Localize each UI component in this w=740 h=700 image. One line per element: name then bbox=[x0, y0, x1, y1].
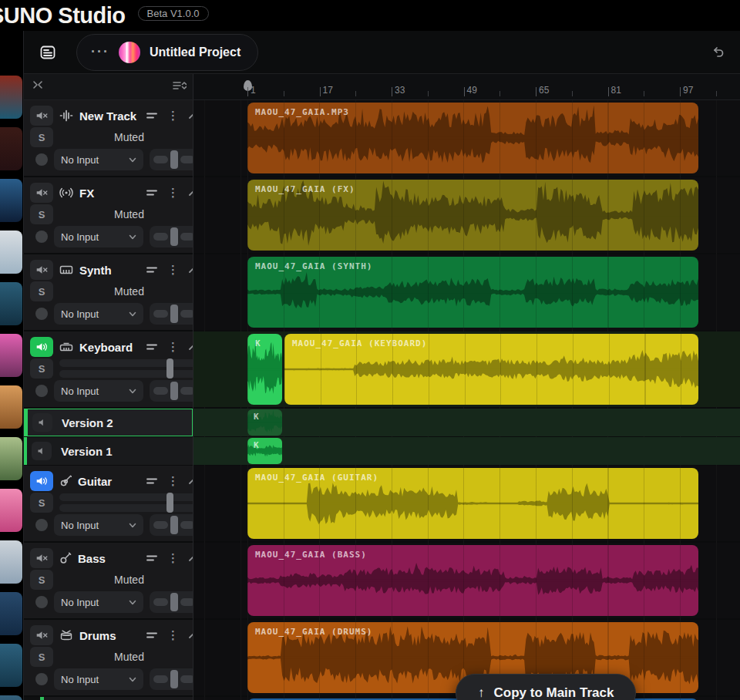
collapse-track-button[interactable] bbox=[188, 632, 193, 639]
track-menu-button[interactable]: ⋮ bbox=[164, 186, 182, 200]
solo-button[interactable]: S bbox=[30, 570, 53, 590]
record-arm-button[interactable] bbox=[35, 231, 48, 243]
pan-slider[interactable] bbox=[150, 591, 193, 613]
pan-handle[interactable] bbox=[170, 150, 178, 169]
collapse-track-button[interactable] bbox=[188, 190, 193, 197]
mute-button[interactable] bbox=[30, 337, 53, 357]
collapse-track-button[interactable] bbox=[188, 113, 193, 119]
audio-clip[interactable]: MAOU_47_GAIA.MP3 bbox=[247, 103, 698, 173]
input-select[interactable]: No Input bbox=[54, 514, 143, 536]
timeline-row[interactable]: MAOU_47_GAIA (SYNTH) bbox=[193, 254, 740, 330]
undo-button[interactable] bbox=[703, 38, 732, 67]
library-thumbnail[interactable] bbox=[0, 127, 22, 170]
pan-handle[interactable] bbox=[170, 305, 178, 323]
volume-slider[interactable] bbox=[59, 493, 193, 513]
record-arm-button[interactable] bbox=[35, 596, 48, 608]
timeline-row[interactable]: MAOU_47_GAIA.MP3 bbox=[193, 100, 740, 176]
library-thumbnail[interactable] bbox=[0, 592, 22, 635]
input-select[interactable]: No Input bbox=[54, 668, 143, 690]
input-select[interactable]: No Input bbox=[54, 226, 143, 247]
audio-clip[interactable]: K bbox=[247, 334, 282, 405]
mute-button[interactable] bbox=[30, 548, 53, 568]
mute-button[interactable] bbox=[30, 625, 53, 645]
track-menu-button[interactable]: ⋮ bbox=[164, 474, 182, 488]
audio-clip[interactable]: K bbox=[247, 409, 282, 436]
track-menu-button[interactable]: ⋮ bbox=[164, 340, 182, 354]
record-arm-button[interactable] bbox=[35, 519, 48, 531]
pan-handle[interactable] bbox=[170, 227, 178, 246]
version-speaker-icon[interactable] bbox=[32, 413, 52, 432]
track-menu-button[interactable]: ⋮ bbox=[164, 263, 182, 277]
library-thumbnail[interactable] bbox=[0, 282, 22, 325]
volume-handle[interactable] bbox=[166, 358, 173, 379]
mute-button[interactable] bbox=[30, 260, 53, 280]
pan-slider[interactable] bbox=[150, 303, 193, 325]
timeline-row[interactable]: K bbox=[193, 437, 740, 465]
mute-button[interactable] bbox=[30, 471, 53, 491]
collapse-track-button[interactable] bbox=[188, 478, 193, 485]
collapse-track-button[interactable] bbox=[188, 267, 193, 274]
library-thumbnail[interactable] bbox=[0, 644, 22, 687]
version-speaker-icon[interactable] bbox=[32, 442, 52, 460]
timeline-row[interactable]: KMAOU_47_GAIA (KEYBOARD) bbox=[193, 331, 740, 407]
library-thumbnail[interactable] bbox=[0, 334, 22, 377]
timeline-row[interactable]: MAOU_47_GAIA (GUITAR) bbox=[193, 466, 740, 541]
library-thumbnail[interactable] bbox=[0, 231, 22, 274]
collapse-track-button[interactable] bbox=[188, 555, 193, 562]
library-thumbnail[interactable] bbox=[0, 385, 22, 429]
more-icon[interactable]: ··· bbox=[91, 44, 109, 60]
pan-slider[interactable] bbox=[150, 380, 193, 402]
pan-slider[interactable] bbox=[150, 514, 193, 536]
pan-handle[interactable] bbox=[170, 593, 178, 611]
solo-button[interactable]: S bbox=[30, 647, 53, 667]
record-arm-button[interactable] bbox=[35, 673, 48, 685]
audio-clip[interactable]: MAOU_47_GAIA (GUITAR) bbox=[247, 468, 698, 539]
mute-button[interactable] bbox=[30, 106, 53, 126]
input-select[interactable]: No Input bbox=[54, 591, 143, 613]
solo-button[interactable]: S bbox=[30, 358, 53, 379]
input-select[interactable]: No Input bbox=[54, 303, 143, 325]
versions-icon[interactable] bbox=[146, 631, 158, 640]
library-thumbnail[interactable] bbox=[0, 76, 22, 119]
timeline-row[interactable]: MAOU_47_GAIA (BASS) bbox=[193, 543, 740, 618]
collapse-track-button[interactable] bbox=[188, 344, 193, 351]
record-arm-button[interactable] bbox=[35, 153, 48, 166]
library-thumbnail[interactable] bbox=[0, 437, 22, 480]
solo-button[interactable]: S bbox=[30, 204, 53, 224]
solo-button[interactable]: S bbox=[30, 127, 53, 147]
pan-slider[interactable] bbox=[150, 149, 193, 170]
audio-clip[interactable]: MAOU_47_GAIA (FX) bbox=[247, 180, 698, 251]
pan-slider[interactable] bbox=[150, 668, 193, 690]
audio-clip[interactable]: MAOU_47_GAIA (SYNTH) bbox=[247, 257, 698, 328]
input-select[interactable]: No Input bbox=[54, 380, 143, 402]
timeline-ruler[interactable]: 1173349658197 bbox=[193, 74, 740, 100]
versions-icon[interactable] bbox=[146, 111, 158, 120]
track-menu-button[interactable]: ⋮ bbox=[164, 551, 182, 565]
collapse-all-tracks-icon[interactable] bbox=[171, 79, 187, 94]
audio-clip[interactable]: MAOU_47_GAIA (KEYBOARD) bbox=[284, 334, 698, 405]
library-thumbnail[interactable] bbox=[0, 489, 22, 532]
timeline-row[interactable]: K bbox=[193, 409, 740, 436]
tracklist-menu-icon[interactable] bbox=[33, 38, 62, 67]
volume-handle[interactable] bbox=[166, 493, 173, 513]
version-row[interactable]: Version 2 bbox=[24, 409, 193, 436]
track-menu-button[interactable]: ⋮ bbox=[164, 628, 182, 642]
version-row[interactable]: Version 1 bbox=[24, 437, 193, 465]
pan-handle[interactable] bbox=[170, 382, 178, 400]
versions-icon[interactable] bbox=[146, 554, 158, 563]
pan-handle[interactable] bbox=[170, 516, 178, 534]
versions-icon[interactable] bbox=[146, 476, 158, 486]
solo-button[interactable]: S bbox=[30, 493, 53, 513]
track-menu-button[interactable]: ⋮ bbox=[164, 109, 182, 123]
library-thumbnail[interactable] bbox=[0, 695, 22, 700]
timeline-row[interactable]: MAOU_47_GAIA (FX) bbox=[193, 177, 740, 253]
mute-button[interactable] bbox=[30, 183, 53, 203]
copy-to-main-track-button[interactable]: ↑ Copy to Main Track bbox=[456, 674, 636, 700]
volume-slider[interactable] bbox=[59, 358, 193, 379]
collapse-panel-icon[interactable] bbox=[32, 79, 44, 93]
versions-icon[interactable] bbox=[146, 265, 158, 274]
library-thumbnail[interactable] bbox=[0, 540, 22, 584]
audio-clip[interactable]: K bbox=[247, 438, 282, 464]
solo-button[interactable]: S bbox=[30, 281, 53, 301]
versions-icon[interactable] bbox=[146, 188, 158, 197]
